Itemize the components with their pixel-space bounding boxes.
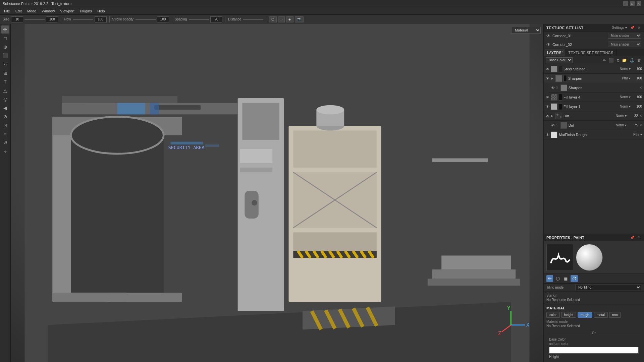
flow-slider[interactable] xyxy=(73,19,93,20)
tag-nrm[interactable]: nrm xyxy=(609,312,621,318)
layer-fill1[interactable]: 👁 Fill layer 1 Norm ▾ 100 xyxy=(544,102,644,111)
minimize-button[interactable]: ─ xyxy=(623,1,628,6)
distance-slider[interactable] xyxy=(243,19,263,20)
material-selector[interactable]: Material xyxy=(511,27,541,34)
texture-set-pin-btn[interactable]: 📌 xyxy=(629,25,635,30)
layer-fill4[interactable]: 👁 Fill layer 4 Norm ▾ 100 xyxy=(544,93,644,102)
flow-input[interactable] xyxy=(95,16,107,22)
camera-btn[interactable]: 📷 xyxy=(295,16,304,22)
paint-tool-timer[interactable]: ⏱ xyxy=(571,275,578,282)
projection-tool-btn[interactable]: ⊕ xyxy=(1,43,9,51)
maximize-button[interactable]: □ xyxy=(630,1,635,6)
menu-viewport[interactable]: Viewport xyxy=(57,8,77,14)
eye-steel-stained[interactable]: 👁 xyxy=(546,67,549,71)
tab-layers-close[interactable]: ✕ xyxy=(561,50,564,53)
eye-fill1[interactable]: 👁 xyxy=(546,105,549,109)
texture-set-list-header: TEXTURE SET LIST Settings ▾ 📌 ✕ xyxy=(544,24,644,32)
svg-rect-40 xyxy=(154,105,201,110)
close-dirt-sub[interactable]: ✕ xyxy=(639,123,642,127)
stroke-opacity-slider[interactable] xyxy=(136,19,156,20)
eye-dirt[interactable]: 👁 xyxy=(546,114,549,118)
paint-tool-texture[interactable]: ⬡ xyxy=(554,275,561,282)
shader-select-corridor02[interactable]: Main shader xyxy=(608,42,641,47)
lazy-mouse-btn[interactable]: ○ xyxy=(278,16,285,22)
settings-btn[interactable]: Settings ▾ xyxy=(611,25,628,30)
tiling-mode-label: Tiling mode xyxy=(546,286,573,289)
spacing-slider[interactable] xyxy=(189,19,209,20)
tab-texture-set-settings[interactable]: TEXTURE SET SETTINGS xyxy=(565,49,617,56)
properties-pin-btn[interactable]: 📌 xyxy=(629,235,635,240)
jitter-btn[interactable]: ◈ xyxy=(286,16,293,22)
picker-btn[interactable]: ◀ xyxy=(1,104,9,112)
paint-tool-brush[interactable]: ✏ xyxy=(546,275,553,282)
baker-btn[interactable]: ◎ xyxy=(1,95,9,103)
layers-btn[interactable]: ≡ xyxy=(1,130,9,138)
paint-tool-btn[interactable]: ✏ xyxy=(1,25,9,34)
size-value-input[interactable] xyxy=(46,16,58,22)
layer-sharpen-sub[interactable]: 👁 S Sharpen ✕ xyxy=(549,83,644,93)
close-sharpen-sub[interactable]: ✕ xyxy=(639,86,642,89)
layer-paint-btn[interactable]: ✏ xyxy=(602,58,607,63)
layer-folder-btn[interactable]: 📁 xyxy=(621,58,628,63)
menu-plugins[interactable]: Plugins xyxy=(77,8,95,14)
layer-delete-btn[interactable]: 🗑 xyxy=(637,58,642,63)
clone-tool-btn[interactable]: ⊞ xyxy=(1,69,9,77)
menu-window[interactable]: Window xyxy=(39,8,57,14)
layer-dirt-sub[interactable]: 👁 S Dirt Norm ▾ 75 ✕ xyxy=(549,121,644,130)
texture-item-corridor01[interactable]: 👁 Corridor_01 Main shader xyxy=(544,32,644,40)
menu-file[interactable]: File xyxy=(1,8,13,14)
channel-select[interactable]: Base Color xyxy=(546,57,573,63)
fill-tool-btn[interactable]: ⬛ xyxy=(1,52,9,60)
tag-height[interactable]: height xyxy=(561,312,576,318)
eye-sharpen-group[interactable]: 👁 xyxy=(546,76,549,80)
menu-mode[interactable]: Mode xyxy=(24,8,39,14)
text-tool-btn[interactable]: T xyxy=(1,78,9,86)
geometry-btn[interactable]: △ xyxy=(1,86,9,95)
color-bar[interactable] xyxy=(549,347,639,354)
layer-matfinish[interactable]: 👁 MatFinish Rough Pthr ▾ xyxy=(544,130,644,139)
texture-set-close-btn[interactable]: ✕ xyxy=(637,25,641,30)
texture-name-corridor01: Corridor_01 xyxy=(552,34,606,38)
smudge-tool-btn[interactable]: 〰 xyxy=(1,60,9,68)
eraser-tool-btn[interactable]: ◻ xyxy=(1,34,9,42)
layer-filter-btn[interactable]: ⧖ xyxy=(616,58,620,63)
name-sharpen: Sharpen xyxy=(568,76,621,80)
tag-metal[interactable]: metal xyxy=(594,312,608,318)
tag-color[interactable]: color xyxy=(546,312,560,318)
close-dirt[interactable]: ✕ xyxy=(639,114,642,118)
eye-sharpen-sub[interactable]: 👁 xyxy=(551,86,555,90)
shader-select-corridor01[interactable]: Main shader xyxy=(608,33,641,39)
history-btn[interactable]: ↺ xyxy=(1,139,9,147)
menu-help[interactable]: Help xyxy=(95,8,108,14)
sub-icon: S xyxy=(556,86,558,89)
layer-fill-btn[interactable]: ⬛ xyxy=(608,58,614,63)
eye-fill4[interactable]: 👁 xyxy=(546,95,549,99)
size-input[interactable] xyxy=(11,16,23,22)
selection-btn[interactable]: ⌖ xyxy=(1,147,9,156)
eye-matfinish[interactable]: 👁 xyxy=(546,133,549,137)
layer-anchor-btn[interactable]: ⚓ xyxy=(629,58,635,63)
eye-icon-corridor02[interactable]: 👁 xyxy=(546,42,550,47)
thumb-matfinish xyxy=(551,131,557,138)
stroke-opacity-input[interactable] xyxy=(157,16,169,22)
spacing-input[interactable] xyxy=(210,16,222,22)
layer-steel-stained[interactable]: 👁 Steel Stained Norm ▾ 100 xyxy=(544,64,644,74)
tag-rough[interactable]: rough xyxy=(578,312,592,318)
layer-sharpen-group[interactable]: 👁 ▶ Sharpen Pthr ▾ 100 xyxy=(544,74,644,83)
tab-layers-label: LAYERS xyxy=(547,51,561,55)
eye-icon-corridor01[interactable]: 👁 xyxy=(546,34,550,38)
tiling-mode-select[interactable]: No Tiling xyxy=(575,285,641,290)
layer-dirt-group[interactable]: 👁 ▶ Dirt Norm ▾ 32 ✕ xyxy=(544,111,644,121)
uv-btn[interactable]: ⊡ xyxy=(1,121,9,129)
size-slider[interactable] xyxy=(24,19,45,20)
texture-item-corridor02[interactable]: 👁 Corridor_02 Main shader xyxy=(544,40,644,49)
eye-dirt-sub[interactable]: 👁 xyxy=(551,123,555,127)
tab-layers[interactable]: LAYERS ✕ xyxy=(544,49,565,56)
main-layout: ✏ ◻ ⊕ ⬛ 〰 ⊞ T △ ◎ ◀ ⊘ ⊡ ≡ ↺ ⌖ 人人素材社区 人人素… xyxy=(0,24,644,362)
symmetry-btn[interactable]: ⬡ xyxy=(269,16,277,22)
menu-edit[interactable]: Edit xyxy=(13,8,24,14)
paint-tool-mask[interactable]: ◼ xyxy=(562,275,569,282)
properties-close-btn[interactable]: ✕ xyxy=(637,235,641,240)
close-button[interactable]: ✕ xyxy=(637,1,641,6)
measure-btn[interactable]: ⊘ xyxy=(1,113,9,121)
